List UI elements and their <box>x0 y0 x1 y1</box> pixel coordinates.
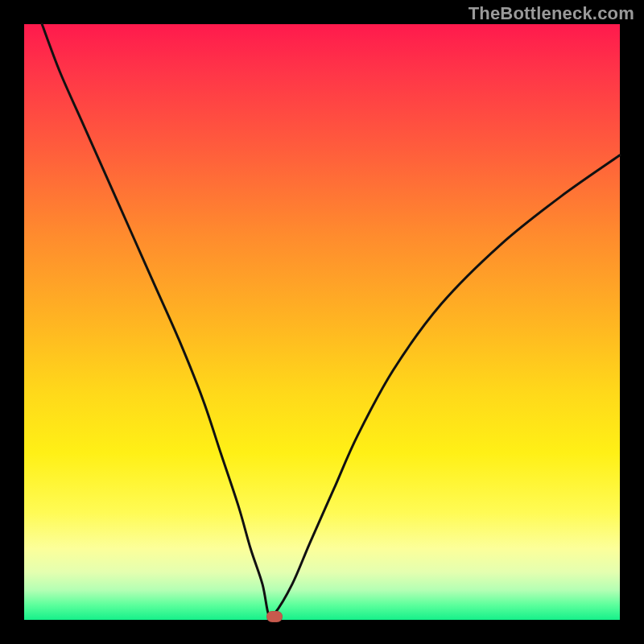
curve-svg <box>24 24 620 620</box>
min-marker <box>266 611 283 622</box>
watermark-text: TheBottleneck.com <box>469 3 634 24</box>
bottleneck-curve-path <box>42 24 620 617</box>
chart-frame: TheBottleneck.com <box>0 0 644 644</box>
plot-area <box>24 24 620 620</box>
